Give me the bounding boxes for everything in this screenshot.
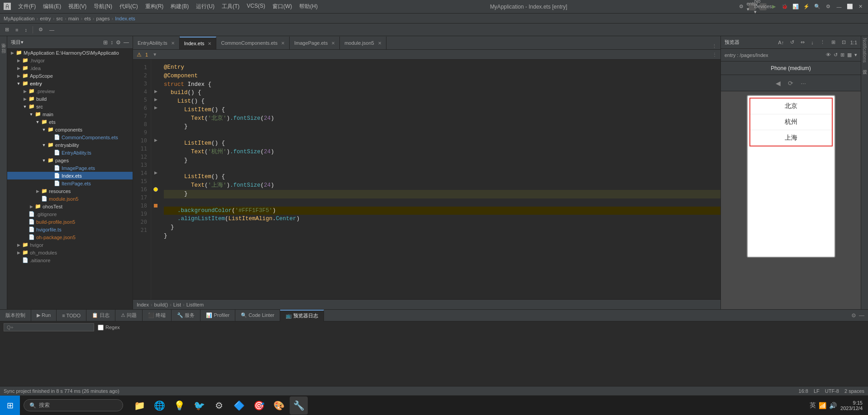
- preview-font-size[interactable]: A↑: [776, 39, 786, 46]
- bottom-tab-log[interactable]: 📋 日志: [86, 310, 115, 321]
- charset[interactable]: UTF-8: [825, 388, 839, 394]
- tree-item-itempage[interactable]: 📄 ItemPage.ets: [7, 179, 133, 187]
- indent-size[interactable]: 2 spaces: [844, 388, 864, 394]
- editor-breadcrumb-listitem[interactable]: ListItem: [186, 302, 204, 307]
- maximize-button[interactable]: ⬜: [846, 3, 854, 10]
- preview-more-btn[interactable]: ···: [801, 80, 806, 87]
- menu-build[interactable]: 构建(B): [169, 3, 191, 10]
- breadcrumb-item-4[interactable]: ets: [84, 16, 91, 21]
- tree-item-entry[interactable]: ▼ 📁 entry: [7, 80, 133, 87]
- line-ending[interactable]: LF: [814, 388, 820, 394]
- taskbar-app-7[interactable]: 🎨: [270, 396, 288, 415]
- bottom-tab-run[interactable]: ▶ Run: [31, 310, 57, 321]
- left-strip-bookmarks[interactable]: 书签: [0, 50, 8, 53]
- run-button[interactable]: ▶: [770, 3, 777, 10]
- fold-arrow[interactable]: ▶: [154, 137, 157, 144]
- tree-item-ohostest[interactable]: ▶ 📁 ohosTest: [7, 203, 133, 210]
- sidebar-icon-1[interactable]: ⊞: [103, 39, 108, 46]
- menu-vcs[interactable]: VCS(S): [245, 3, 267, 10]
- tree-item-imagepage[interactable]: 📄 ImagePage.ets: [7, 164, 133, 172]
- profile-button[interactable]: 📊: [792, 3, 799, 10]
- log-search-input[interactable]: [4, 323, 94, 331]
- menu-view[interactable]: 视图(V): [67, 3, 88, 10]
- bottom-tab-services[interactable]: 🔧 服务: [172, 310, 200, 321]
- tree-item-aitianore[interactable]: 📄 .aitianore: [7, 256, 133, 264]
- taskbar-app-3[interactable]: 🐦: [190, 396, 208, 415]
- tree-item-components[interactable]: ▼ 📁 components: [7, 126, 133, 133]
- preview-layout-icon[interactable]: ▦: [847, 52, 852, 58]
- preview-grid[interactable]: ⊞: [830, 38, 837, 46]
- gutter-row[interactable]: ▶: [151, 104, 160, 112]
- fold-arrow[interactable]: ▶: [154, 105, 157, 111]
- tree-item-hvigor-folder[interactable]: ▶ 📁 hvigor: [7, 241, 133, 249]
- fold-arrow[interactable]: ▶: [154, 97, 157, 103]
- gutter-row[interactable]: ▶: [151, 137, 160, 145]
- taskbar-search[interactable]: 🔍 搜索: [24, 399, 123, 411]
- tree-item-src[interactable]: ▼ 📁 src: [7, 103, 133, 110]
- sidebar-icon-3[interactable]: ⚙: [116, 39, 121, 46]
- tree-item-entryability-ts[interactable]: 📄 EntryAbility.ts: [7, 149, 133, 156]
- preview-rotate[interactable]: ↺: [788, 38, 796, 46]
- breakpoint-icon[interactable]: [153, 187, 158, 192]
- code-editor[interactable]: 12345 678910 1112131415 1617181920 21 ▶ …: [133, 60, 720, 299]
- preview-zoom-fit[interactable]: ⊡: [840, 38, 848, 46]
- regex-checkbox[interactable]: [98, 325, 104, 330]
- editor-breadcrumb-index[interactable]: Index: [137, 302, 149, 307]
- toolbar-btn-2[interactable]: ≡: [13, 26, 20, 33]
- toolbar-settings[interactable]: ⚙: [36, 26, 45, 33]
- sidebar-icon-2[interactable]: ↕: [110, 39, 113, 46]
- tree-item-entryability[interactable]: ▼ 📁 entryability: [7, 141, 133, 149]
- systray-volume[interactable]: 🔊: [829, 402, 837, 409]
- tree-item-preview[interactable]: ▶ 📁 .preview: [7, 87, 133, 95]
- toolbar-close[interactable]: —: [47, 26, 57, 33]
- preview-refresh-icon[interactable]: ↺: [834, 52, 838, 58]
- tree-item-module-json5[interactable]: 📄 module.json5: [7, 195, 133, 203]
- menu-run[interactable]: 运行(U): [194, 3, 216, 10]
- tab-imagepage[interactable]: ImagePage.ets ✕: [290, 37, 340, 49]
- power-button[interactable]: ⚡: [803, 3, 810, 10]
- tab-close-icon[interactable]: ✕: [208, 41, 211, 46]
- breadcrumb-item-0[interactable]: MyApplication: [4, 16, 34, 21]
- bottom-tab-todo[interactable]: ≡ TODO: [57, 310, 86, 321]
- taskbar-app-6[interactable]: 🎯: [250, 396, 268, 415]
- tree-item-appscope[interactable]: ▶ 📁 AppScope: [7, 72, 133, 80]
- sidebar-icon-4[interactable]: —: [124, 39, 129, 46]
- tree-item-hvigor[interactable]: ▶ 📁 .hvigor: [7, 57, 133, 64]
- code-content[interactable]: @Entry @Component struct Index { build()…: [160, 60, 720, 299]
- menu-help[interactable]: 帮助(H): [297, 3, 320, 10]
- tree-item-myapp[interactable]: ▶ 📁 MyApplication E:\HarmonyOS\MyApplica…: [7, 49, 133, 57]
- toolbar-btn-3[interactable]: ↕: [22, 26, 29, 33]
- tree-item-ets[interactable]: ▼ 📁 ets: [7, 118, 133, 126]
- editor-breadcrumb-build[interactable]: build(): [154, 302, 168, 307]
- tree-item-build[interactable]: ▶ 📁 build: [7, 95, 133, 103]
- taskbar-clock[interactable]: 9:15 2023/12/4: [840, 400, 863, 411]
- fold-arrow[interactable]: ▶: [154, 170, 157, 176]
- toolbar-btn-1[interactable]: ⊞: [3, 26, 11, 33]
- tab-index[interactable]: Index.ets ✕: [180, 37, 217, 49]
- tab-commoncomponents[interactable]: CommonComponents.ets ✕: [216, 37, 290, 49]
- taskbar-app-5[interactable]: 🔷: [230, 396, 248, 415]
- left-strip-run[interactable]: 运行: [0, 55, 8, 59]
- breadcrumb-item-2[interactable]: src: [56, 16, 63, 21]
- settings2-icon[interactable]: ⚙: [825, 3, 832, 10]
- taskbar-app-1[interactable]: 🌐: [150, 396, 168, 415]
- tree-item-gitignore[interactable]: 📄 .gitignore: [7, 210, 133, 218]
- bottom-tab-terminal[interactable]: ⬛ 终端: [143, 310, 172, 321]
- minimize-button[interactable]: —: [835, 3, 843, 10]
- tree-item-indexets[interactable]: 📄 Index.ets: [7, 172, 133, 179]
- menu-code[interactable]: 代码(C): [118, 3, 140, 10]
- preview-chevron-icon[interactable]: ▾: [854, 52, 857, 58]
- tab-more-button[interactable]: ⋮: [708, 43, 720, 49]
- tree-item-build-profile[interactable]: 📄 build-profile.json5: [7, 218, 133, 226]
- preview-eye-icon[interactable]: 👁: [826, 52, 831, 58]
- bottom-tab-version[interactable]: 版本控制: [0, 310, 31, 321]
- preview-back-btn[interactable]: ◀: [776, 80, 781, 87]
- menu-file[interactable]: 文件(F): [16, 3, 38, 10]
- taskbar-app-0[interactable]: 📁: [130, 396, 148, 415]
- close-button[interactable]: ✕: [857, 3, 864, 10]
- tree-item-resources[interactable]: ▶ 📁 resources: [7, 187, 133, 195]
- search-button[interactable]: 🔍: [814, 3, 821, 10]
- gutter-row[interactable]: ▶: [151, 88, 160, 96]
- preview-more[interactable]: ⋮: [818, 38, 827, 46]
- preview-refresh-btn[interactable]: ⟳: [788, 80, 793, 87]
